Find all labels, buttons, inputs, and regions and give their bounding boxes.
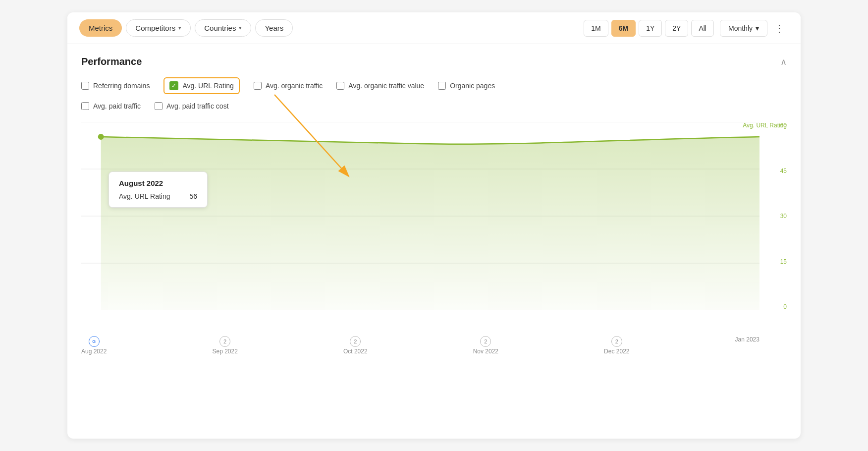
checkbox-organic-pages[interactable]: Organic pages xyxy=(438,82,495,90)
chart-svg xyxy=(81,122,760,310)
checkbox-avg-organic-traffic-value-label: Avg. organic traffic value xyxy=(348,82,424,90)
performance-title: Performance xyxy=(81,56,142,67)
main-card: Metrics Competitors ▾ Countries ▾ Years … xyxy=(67,12,801,439)
tab-competitors[interactable]: Competitors ▾ xyxy=(126,19,191,37)
competitors-chevron-icon: ▾ xyxy=(178,25,181,31)
checkbox-avg-organic-traffic-value[interactable]: Avg. organic traffic value xyxy=(336,82,424,90)
tab-years[interactable]: Years xyxy=(255,19,293,37)
tooltip-metric-label: Avg. URL Rating xyxy=(119,192,170,200)
checkbox-avg-paid-traffic[interactable]: Avg. paid traffic xyxy=(81,102,141,110)
y-tick-60: 60 xyxy=(780,122,787,129)
y-tick-30: 30 xyxy=(780,213,787,220)
checkbox-avg-organic-traffic[interactable]: Avg. organic traffic xyxy=(254,82,323,90)
checkbox-row-2: Avg. paid traffic Avg. paid traffic cost xyxy=(81,102,787,110)
checkbox-referring-domains[interactable]: Referring domains xyxy=(81,82,150,90)
tab-metrics-label: Metrics xyxy=(89,24,112,32)
checkbox-avg-paid-traffic-input[interactable] xyxy=(81,102,89,110)
checkbox-avg-paid-traffic-cost[interactable]: Avg. paid traffic cost xyxy=(155,102,229,110)
tooltip-title: August 2022 xyxy=(119,179,197,187)
checkbox-avg-url-rating-label: Avg. URL Rating xyxy=(182,82,234,90)
x-tick-dec-2022: 2 Dec 2022 xyxy=(604,336,629,355)
period-1m-button[interactable]: 1M xyxy=(584,20,608,37)
x-tick-badge-aug: G xyxy=(89,336,100,347)
checkbox-organic-pages-input[interactable] xyxy=(438,82,446,90)
x-tick-aug-2022: G Aug 2022 xyxy=(81,336,107,355)
checkbox-avg-paid-traffic-label: Avg. paid traffic xyxy=(93,102,141,110)
tooltip-metric-row: Avg. URL Rating 56 xyxy=(119,192,197,200)
toolbar: Metrics Competitors ▾ Countries ▾ Years … xyxy=(67,12,801,44)
monthly-chevron-icon: ▾ xyxy=(756,24,759,32)
x-tick-oct-2022: 2 Oct 2022 xyxy=(343,336,368,355)
toolbar-left: Metrics Competitors ▾ Countries ▾ Years xyxy=(79,19,293,37)
tab-metrics[interactable]: Metrics xyxy=(79,19,122,37)
checkbox-organic-pages-label: Organic pages xyxy=(450,82,495,90)
y-tick-45: 45 xyxy=(780,168,787,174)
monthly-label: Monthly xyxy=(728,24,753,32)
y-axis: 60 45 30 15 0 xyxy=(762,122,787,310)
y-tick-15: 15 xyxy=(780,258,787,265)
period-2y-button[interactable]: 2Y xyxy=(665,20,688,37)
checkboxes-area: Referring domains ✓ Avg. URL Rating Avg.… xyxy=(81,77,787,110)
checkbox-avg-paid-traffic-cost-label: Avg. paid traffic cost xyxy=(166,102,229,110)
chart-tooltip: August 2022 Avg. URL Rating 56 xyxy=(108,171,208,208)
tab-countries[interactable]: Countries ▾ xyxy=(195,19,251,37)
period-6m-button[interactable]: 6M xyxy=(611,20,636,37)
countries-chevron-icon: ▾ xyxy=(239,25,242,31)
checkbox-avg-organic-traffic-input[interactable] xyxy=(254,82,262,90)
checkbox-row-1: Referring domains ✓ Avg. URL Rating Avg.… xyxy=(81,77,787,94)
tab-competitors-label: Competitors xyxy=(135,24,175,32)
checkbox-avg-url-rating-checked-icon: ✓ xyxy=(169,81,178,90)
performance-section: Performance ∧ Referring domains ✓ Avg. U… xyxy=(67,44,801,360)
checkbox-avg-paid-traffic-cost-input[interactable] xyxy=(155,102,163,110)
x-tick-label-jan: Jan 2023 xyxy=(735,336,760,343)
checkbox-avg-url-rating[interactable]: ✓ Avg. URL Rating xyxy=(163,77,240,94)
tab-years-label: Years xyxy=(265,24,283,32)
x-tick-jan-2023: Jan 2023 xyxy=(735,336,760,343)
x-tick-label-oct: Oct 2022 xyxy=(343,348,368,355)
toolbar-right: 1M 6M 1Y 2Y All Monthly ▾ ⋮ xyxy=(584,20,789,37)
checkbox-referring-domains-label: Referring domains xyxy=(93,82,150,90)
x-tick-badge-oct: 2 xyxy=(350,336,361,347)
checkbox-avg-organic-traffic-value-input[interactable] xyxy=(336,82,344,90)
x-tick-label-dec: Dec 2022 xyxy=(604,348,629,355)
x-tick-badge-dec: 2 xyxy=(611,336,622,347)
monthly-dropdown-button[interactable]: Monthly ▾ xyxy=(720,20,767,37)
performance-header: Performance ∧ xyxy=(81,56,787,67)
period-1y-button[interactable]: 1Y xyxy=(639,20,662,37)
tooltip-metric-value: 56 xyxy=(189,192,197,200)
checkbox-avg-organic-traffic-label: Avg. organic traffic xyxy=(266,82,323,90)
x-tick-nov-2022: 2 Nov 2022 xyxy=(473,336,498,355)
x-axis: G Aug 2022 2 Sep 2022 2 Oct 2022 2 Nov 2… xyxy=(81,332,760,355)
x-tick-badge-sep: 2 xyxy=(219,336,230,347)
x-tick-label-sep: Sep 2022 xyxy=(212,348,237,355)
tab-countries-label: Countries xyxy=(204,24,236,32)
period-all-button[interactable]: All xyxy=(691,20,714,37)
x-tick-sep-2022: 2 Sep 2022 xyxy=(212,336,237,355)
checkbox-referring-domains-input[interactable] xyxy=(81,82,89,90)
more-options-button[interactable]: ⋮ xyxy=(770,20,789,36)
collapse-button[interactable]: ∧ xyxy=(780,56,787,67)
x-tick-label-nov: Nov 2022 xyxy=(473,348,498,355)
chart-wrapper: Avg. URL Rating 60 45 30 15 0 xyxy=(81,122,787,360)
y-tick-0: 0 xyxy=(783,303,787,310)
svg-point-5 xyxy=(98,134,104,140)
x-tick-badge-nov: 2 xyxy=(480,336,491,347)
x-tick-label-aug: Aug 2022 xyxy=(81,348,107,355)
